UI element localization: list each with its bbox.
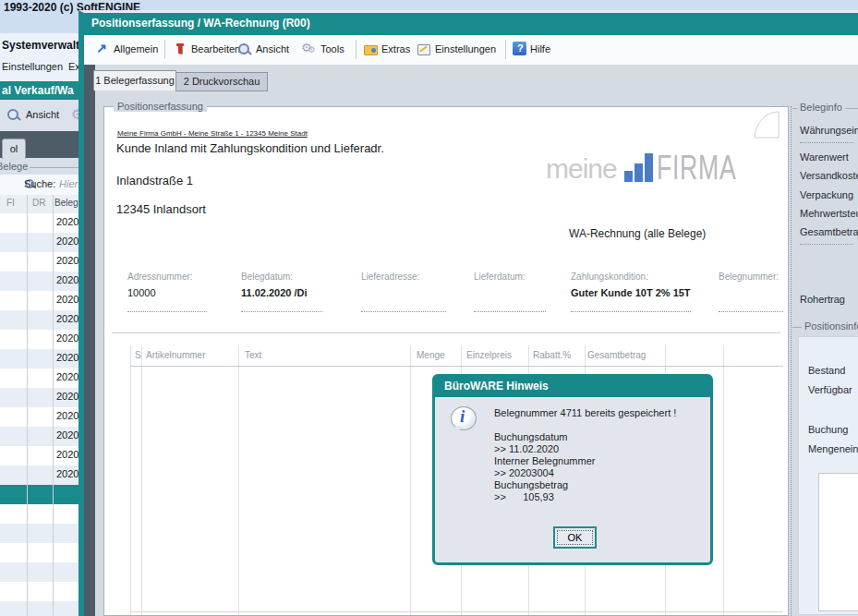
bg-toolbar-ansicht[interactable]: Ansicht <box>26 109 59 120</box>
booking-label: Buchung <box>808 420 858 440</box>
position-group-label: Positionsinfo <box>802 320 858 332</box>
folder-icon <box>363 42 378 56</box>
field-underline <box>571 311 691 312</box>
items-grid-line <box>130 345 131 615</box>
document-field[interactable]: Adressnummer: 10000 <box>127 272 207 314</box>
hinweis-message: Belegnummer 4711 bereits gespeichert !Bu… <box>494 407 676 503</box>
field-label: Belegdatum: <box>241 272 293 282</box>
bg-col-separator <box>27 195 28 616</box>
document-field[interactable]: Lieferdatum: <box>474 272 546 314</box>
menu-label: Allgemein <box>114 43 158 54</box>
total-label: Versandkosten <box>800 166 858 185</box>
field-label: Lieferdatum: <box>474 272 526 282</box>
menu-label: Bearbeiten <box>191 43 240 54</box>
items-grid-line <box>141 345 142 615</box>
beleginfo-panel: Beleginfo Währungseinheit WarenwertVersa… <box>792 98 858 616</box>
menu-ansicht[interactable]: Ansicht <box>237 42 289 56</box>
help-icon <box>513 42 526 55</box>
separator-line <box>112 332 780 333</box>
menu-label: Extras <box>381 43 410 54</box>
stock-label: Bestand <box>808 361 852 380</box>
menu-separator <box>356 40 356 59</box>
field-label: Adressnummer: <box>127 272 193 282</box>
items-column-label: Menge <box>417 350 445 360</box>
items-column-label: Artikelnummer <box>146 350 205 360</box>
field-label: Zahlungskondition: <box>571 272 648 282</box>
message-line: Belegnummer 4711 bereits gespeichert ! <box>494 407 676 419</box>
ok-button[interactable]: OK <box>553 526 597 549</box>
tab-belegerfassung[interactable]: 1 Belegerfassung <box>93 70 176 91</box>
menu-separator <box>164 40 165 59</box>
view-icon <box>237 42 252 56</box>
menu-bearbeiten[interactable]: Bearbeiten <box>173 42 240 56</box>
menu-separator <box>505 40 506 59</box>
document-field[interactable]: Zahlungskondition: Guter Kunde 10T 2% 15… <box>571 272 691 314</box>
totals-labels: WarenwertVersandkostenVerpackungMehrwert… <box>800 148 858 241</box>
bg-group-label: Belege <box>0 161 30 172</box>
company-logo: meine FIRMA <box>546 146 767 185</box>
tools-icon <box>302 42 317 56</box>
field-value: 10000 <box>127 287 156 298</box>
menu-label: Hilfe <box>530 43 550 54</box>
document-field[interactable]: Belegdatum: 11.02.2020 /Di <box>241 272 322 314</box>
menubar: Allgemein Bearbeiten Ansicht Tools Extra… <box>84 35 858 66</box>
field-underline <box>719 311 783 312</box>
hinweis-dialog: BüroWARE Hinweis Belegnummer 4711 bereit… <box>432 374 713 565</box>
bg-column-dr: DR <box>32 198 45 208</box>
page-curl-icon[interactable] <box>753 110 780 139</box>
window-titlebar[interactable]: Positionserfassung / WA-Rechnung (R00) <box>84 13 858 35</box>
message-line: >> 20203004 <box>494 467 676 479</box>
field-underline <box>361 311 446 312</box>
document-type: WA-Rechnung (alle Belege) <box>569 227 706 240</box>
bg-tab-partial[interactable]: ol <box>2 139 26 159</box>
menu-allgemein[interactable]: Allgemein <box>95 42 158 56</box>
field-label: Belegnummer: <box>719 272 779 282</box>
bg-menu-einstellungen[interactable]: Einstellungen <box>2 61 63 72</box>
message-line: Buchungsdatum <box>494 431 676 443</box>
hinweis-title: BüroWARE Hinweis <box>444 380 549 393</box>
menu-extras[interactable]: Extras <box>363 42 410 56</box>
tab-druckvorschau[interactable]: 2 Druckvorschau <box>175 72 268 91</box>
booking-label: Mengeneinheit <box>808 440 858 459</box>
items-column-label: Text <box>245 350 261 360</box>
bg-search-label: Suche: <box>24 178 55 189</box>
logo-word-meine: meine <box>546 153 617 185</box>
magnifier-icon <box>6 107 21 122</box>
total-label: Verpackung <box>800 186 858 204</box>
bg-group-line <box>30 167 85 168</box>
items-header-underline <box>130 366 783 367</box>
edit-icon <box>173 42 187 56</box>
document-field[interactable]: Lieferadresse: <box>361 272 446 314</box>
screen: { "colors":{"teal":"#1a8b8c","slate":"#4… <box>0 0 858 616</box>
items-grid-line <box>410 345 411 615</box>
total-label: Gesamtbetrag <box>800 223 858 241</box>
field-label: Lieferadresse: <box>361 272 419 282</box>
window-title: Positionserfassung / WA-Rechnung (R00) <box>91 17 310 30</box>
menu-label: Tools <box>320 43 344 54</box>
menu-label: Einstellungen <box>435 43 496 54</box>
bg-col-separator <box>53 195 54 616</box>
menu-tools[interactable]: Tools <box>302 42 344 56</box>
dotted-underline <box>800 244 853 245</box>
booking-labels: BuchungMengeneinheit <box>808 420 858 458</box>
document-field[interactable]: Belegnummer: <box>719 272 783 314</box>
groupbox-label: Positionserfassung <box>114 101 207 112</box>
message-line: >> 11.02.2020 <box>494 443 676 455</box>
field-underline <box>127 311 207 312</box>
beleginfo-title: Beleginfo <box>797 102 845 113</box>
items-column-label: S <box>135 350 141 360</box>
items-grid-line <box>238 345 239 615</box>
customer-street: Inlandstraße 1 <box>116 174 193 187</box>
currency-label: Währungseinheit <box>800 125 858 136</box>
message-line: Interner Belegnummer <box>494 455 676 467</box>
hinweis-titlebar[interactable]: BüroWARE Hinweis <box>435 377 710 397</box>
settings-icon <box>417 42 431 56</box>
field-value: Guter Kunde 10T 2% 15T <box>571 287 691 298</box>
message-line: >> 105,93 <box>494 491 676 503</box>
bg-column-fi: FI <box>6 198 15 208</box>
menu-hilfe[interactable]: Hilfe <box>513 42 550 55</box>
field-value: 11.02.2020 /Di <box>241 287 308 298</box>
total-label: Mehrwertsteuer <box>800 204 858 223</box>
field-underline <box>241 311 322 312</box>
menu-einstellungen[interactable]: Einstellungen <box>417 42 496 56</box>
